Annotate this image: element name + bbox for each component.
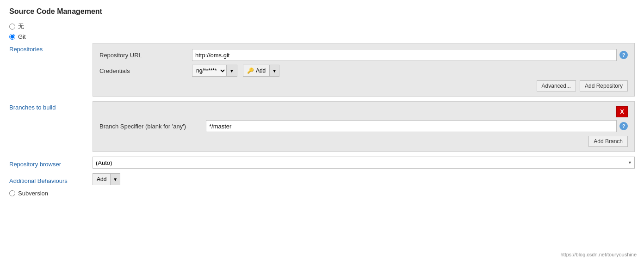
radio-git[interactable] [9, 34, 15, 40]
branch-specifier-row: Branch Specifier (blank for 'any') ? [99, 120, 628, 132]
repo-browser-label: Repository browser [9, 158, 93, 168]
key-icon: 🔑 [247, 67, 254, 74]
repositories-label: Repositories [9, 43, 93, 53]
add-repository-button[interactable]: Add Repository [580, 80, 628, 91]
credentials-label: Credentials [99, 67, 192, 74]
additional-add-btn: Add ▼ [93, 173, 120, 185]
add-credentials-btn: 🔑 Add ▼ [240, 65, 279, 77]
repo-url-label: Repository URL [99, 52, 192, 59]
credentials-select-wrapper: ng/****** ▼ [192, 65, 237, 77]
radio-none[interactable] [9, 24, 15, 30]
repo-browser-select[interactable]: (Auto) [93, 157, 635, 169]
additional-behaviours-label: Additional Behaviours [9, 175, 93, 184]
radio-none-label: 无 [18, 22, 24, 30]
repo-url-row: Repository URL ? [99, 49, 628, 61]
branches-label: Branches to build [9, 101, 93, 111]
delete-branch-button[interactable]: X [616, 106, 628, 117]
add-credentials-main-btn[interactable]: 🔑 Add [243, 65, 270, 77]
additional-behaviours-row: Additional Behaviours Add ▼ [9, 173, 635, 185]
branch-specifier-label: Branch Specifier (blank for 'any') [99, 123, 206, 130]
add-branch-button[interactable]: Add Branch [588, 136, 628, 147]
radio-git-row: Git [9, 33, 635, 40]
repositories-row: Repositories Repository URL ? Credential… [9, 43, 635, 97]
repo-panel-actions: Advanced... Add Repository [99, 80, 628, 91]
branch-specifier-help-icon[interactable]: ? [619, 122, 628, 130]
additional-add-caret[interactable]: ▼ [111, 173, 120, 185]
subversion-row: Subversion [9, 190, 635, 197]
watermark: https://blog.csdn.net/touryoushine [561, 252, 637, 257]
branch-specifier-input[interactable] [206, 120, 617, 132]
radio-none-row: 无 [9, 22, 635, 30]
credentials-dropdown-arrow[interactable]: ▼ [227, 65, 237, 77]
repositories-panel: Repository URL ? Credentials ng/****** ▼ [93, 43, 635, 97]
page-container: Source Code Management 无 Git Repositorie… [0, 0, 644, 261]
add-credentials-arrow[interactable]: ▼ [270, 65, 279, 77]
credentials-row: Credentials ng/****** ▼ 🔑 Add ▼ [99, 65, 628, 77]
radio-subversion-label: Subversion [18, 190, 48, 197]
branch-panel-actions: Add Branch [99, 136, 628, 147]
branch-header: X [99, 106, 628, 117]
advanced-button[interactable]: Advanced... [537, 80, 576, 91]
repo-browser-select-wrapper: (Auto) [93, 157, 635, 169]
page-title: Source Code Management [9, 7, 635, 16]
repo-browser-row: Repository browser (Auto) [9, 157, 635, 169]
credentials-select[interactable]: ng/****** [192, 65, 227, 77]
radio-git-label: Git [18, 33, 26, 40]
additional-add-main-btn[interactable]: Add [93, 173, 111, 185]
radio-subversion[interactable] [9, 190, 15, 196]
scm-content: Repositories Repository URL ? Credential… [9, 43, 635, 197]
branches-row: Branches to build X Branch Specifier (bl… [9, 101, 635, 152]
repo-url-input[interactable] [192, 49, 617, 61]
repo-url-help-icon[interactable]: ? [619, 51, 628, 59]
branches-panel: X Branch Specifier (blank for 'any') ? A… [93, 101, 635, 152]
add-credentials-label: Add [256, 67, 266, 74]
